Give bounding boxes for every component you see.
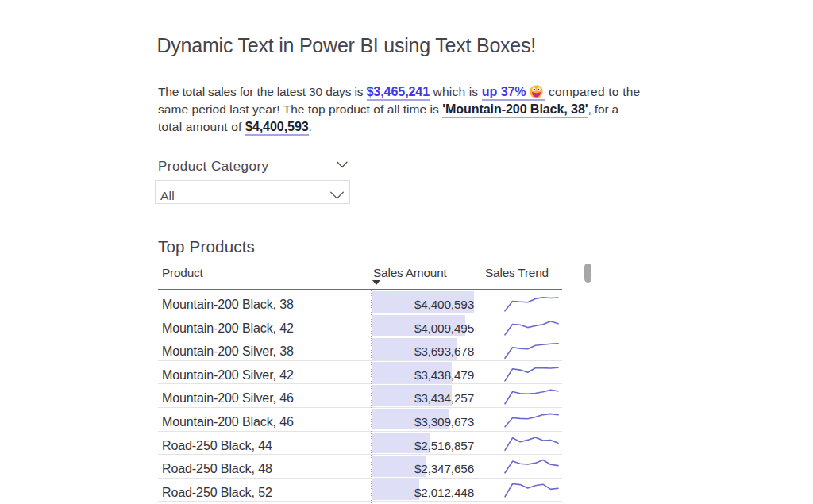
narrative-text: . <box>309 120 312 133</box>
table-title: Top Products <box>158 237 255 256</box>
grinning-face-emoji <box>530 85 543 98</box>
cell-product: Mountain-200 Black, 38 <box>162 298 294 312</box>
page-title: Dynamic Text in Power BI using Text Boxe… <box>157 34 537 57</box>
sparkline-sales-trend <box>504 433 559 454</box>
cell-product: Road-250 Black, 48 <box>162 462 272 476</box>
slicer-title: Product Category <box>158 159 269 175</box>
sparkline-sales-trend <box>504 316 559 337</box>
narrative-text: , for a <box>588 102 618 116</box>
cell-sales-amount: $2,516,857 <box>372 439 474 453</box>
narrative-line-3: total amount of $4,400,593. <box>158 117 640 135</box>
table-body: Mountain-200 Black, 38 $4,400,593 Mounta… <box>158 290 562 502</box>
cell-product: Road-250 Black, 52 <box>162 486 272 500</box>
narrative-line-1: The total sales for the latest 30 days i… <box>158 83 640 100</box>
dynamic-value-amount[interactable]: $4,400,593 <box>245 119 309 136</box>
sparkline-sales-trend <box>504 292 559 313</box>
cell-product: Mountain-200 Silver, 38 <box>162 344 294 359</box>
dynamic-value-product[interactable]: 'Mountain-200 Black, 38' <box>442 102 588 118</box>
table-row[interactable]: Mountain-200 Black, 46 $3,309,673 <box>158 408 562 432</box>
cell-sales-amount: $2,347,656 <box>372 462 474 476</box>
dynamic-value-change[interactable]: up 37% <box>482 84 545 101</box>
table-row[interactable]: Mountain-200 Black, 38 $4,400,593 <box>158 290 562 314</box>
cell-sales-amount: $3,434,257 <box>372 391 474 406</box>
table-row[interactable]: Mountain-200 Black, 42 $4,009,495 <box>158 314 562 338</box>
table-row[interactable]: Mountain-200 Silver, 46 $3,434,257 <box>158 384 562 408</box>
table-row[interactable]: Mountain-200 Silver, 38 $3,693,678 <box>158 337 562 361</box>
cell-sales-amount: $3,438,479 <box>372 368 474 383</box>
table-row[interactable]: Mountain-200 Silver, 42 $3,438,479 <box>158 361 562 385</box>
table-row[interactable]: Road-250 Black, 52 $2,012,448 <box>158 479 562 502</box>
sparkline-sales-trend <box>504 410 559 430</box>
column-header-sales-amount[interactable]: Sales Amount <box>373 266 447 280</box>
cell-sales-amount: $3,693,678 <box>372 344 474 359</box>
table-row[interactable]: Road-250 Black, 48 $2,347,656 <box>158 455 562 479</box>
slicer-selected-value: All <box>160 189 175 203</box>
sparkline-sales-trend <box>504 386 559 406</box>
cell-product: Mountain-200 Silver, 46 <box>162 391 294 406</box>
report-canvas: Dynamic Text in Power BI using Text Boxe… <box>0 0 813 504</box>
sparkline-sales-trend <box>504 456 559 477</box>
cell-product: Mountain-200 Silver, 42 <box>162 368 294 383</box>
cell-sales-amount: $4,400,593 <box>372 298 474 312</box>
cell-sales-amount: $3,309,673 <box>372 415 474 429</box>
cell-product: Mountain-200 Black, 42 <box>162 321 294 336</box>
cell-sales-amount: $4,009,495 <box>372 321 474 336</box>
narrative-text: total amount of <box>158 120 245 133</box>
narrative-text: same period last year! The top product o… <box>158 102 442 116</box>
cell-product: Road-250 Black, 44 <box>162 439 272 453</box>
dropdown-chevron-icon <box>330 191 344 199</box>
narrative-textbox: The total sales for the latest 30 days i… <box>158 83 640 135</box>
narrative-text: compared to the <box>545 85 641 98</box>
cell-sales-amount: $2,012,448 <box>372 486 474 500</box>
table-row[interactable]: Road-250 Black, 44 $2,516,857 <box>158 432 562 456</box>
table-scrollbar-thumb[interactable] <box>584 264 591 283</box>
top-products-table: Product Sales Amount Sales Trend Mountai… <box>158 264 562 289</box>
sort-descending-icon <box>372 280 380 285</box>
column-header-sales-trend[interactable]: Sales Trend <box>485 266 549 280</box>
narrative-text: which is <box>430 85 482 98</box>
dynamic-value-sales[interactable]: $3,465,241 <box>367 84 430 101</box>
column-header-product[interactable]: Product <box>162 266 203 280</box>
slicer-dropdown[interactable]: All <box>155 180 350 204</box>
sparkline-sales-trend <box>504 339 559 360</box>
narrative-line-2: same period last year! The top product o… <box>158 100 640 117</box>
sparkline-sales-trend <box>504 363 559 383</box>
cell-product: Mountain-200 Black, 46 <box>162 415 294 429</box>
data-bar-axis <box>371 290 372 503</box>
sparkline-sales-trend <box>504 480 559 501</box>
table-header-row: Product Sales Amount Sales Trend <box>158 264 562 289</box>
narrative-text: The total sales for the latest 30 days i… <box>158 85 367 98</box>
slicer-collapse-chevron-icon[interactable] <box>337 161 348 168</box>
